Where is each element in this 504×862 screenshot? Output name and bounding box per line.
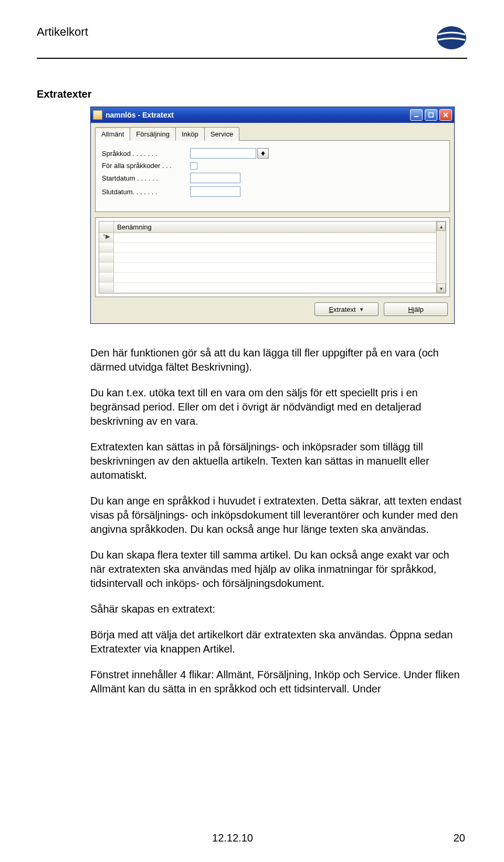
paragraph: Du kan ange en språkkod i huvudet i extr… bbox=[90, 494, 465, 537]
window-app-icon bbox=[93, 110, 102, 120]
paragraph: Fönstret innehåller 4 flikar: Allmänt, F… bbox=[90, 668, 465, 696]
paragraph: Såhär skapas en extratext: bbox=[90, 602, 465, 616]
hjalp-button[interactable]: Hjälp bbox=[384, 302, 448, 316]
checkbox-for-alla[interactable] bbox=[190, 162, 197, 170]
grid-header: Benämning bbox=[99, 222, 436, 233]
window-titlebar[interactable]: namnlös - Extratext bbox=[91, 107, 454, 123]
grid-corner[interactable] bbox=[99, 222, 114, 233]
paragraph: Du kan t.ex. utöka text till en vara om … bbox=[90, 386, 465, 428]
svg-rect-1 bbox=[414, 116, 418, 117]
input-startdatum[interactable] bbox=[190, 173, 240, 183]
grid-row[interactable] bbox=[99, 243, 436, 253]
page-title: Artikelkort bbox=[37, 25, 88, 39]
svg-rect-2 bbox=[429, 113, 433, 117]
section-title: Extratexter bbox=[37, 88, 504, 100]
grid-row-new[interactable]: *▶ bbox=[99, 233, 436, 243]
scroll-up-button[interactable]: ▴ bbox=[437, 222, 446, 231]
tab-forsaljning[interactable]: Försäljning bbox=[130, 127, 176, 141]
row-for-alla: För alla språkkoder . . . bbox=[102, 162, 443, 170]
header-divider bbox=[37, 58, 467, 59]
tab-panel-allmant: Språkkod . . . . . . . För alla språkkod… bbox=[95, 140, 450, 212]
input-sprakkod[interactable] bbox=[190, 148, 256, 159]
row-marker: *▶ bbox=[99, 233, 114, 243]
row-sprakkod: Språkkod . . . . . . . bbox=[102, 148, 443, 159]
window-body: Allmänt Försäljning Inköp Service Språkk… bbox=[91, 123, 454, 323]
grid-area: Benämning *▶ ▴ bbox=[95, 217, 450, 297]
paragraph: Den här funktionen gör så att du kan läg… bbox=[90, 346, 465, 374]
company-logo-icon bbox=[436, 25, 467, 50]
grid-rows: *▶ bbox=[99, 233, 436, 293]
content-body: Den här funktionen gör så att du kan läg… bbox=[90, 346, 465, 696]
grid-scrollbar[interactable]: ▴ ▾ bbox=[436, 222, 446, 293]
grid-row[interactable] bbox=[99, 253, 436, 263]
button-row: Extratext ▼ Hjälp bbox=[95, 297, 450, 319]
arrow-up-icon bbox=[260, 151, 266, 156]
window-title: namnlös - Extratext bbox=[106, 111, 408, 119]
page-number: 20 bbox=[454, 832, 465, 844]
minimize-button[interactable] bbox=[410, 109, 423, 121]
scroll-down-button[interactable]: ▾ bbox=[437, 283, 446, 293]
row-startdatum: Startdatum . . . . . . bbox=[102, 173, 443, 183]
grid-row[interactable] bbox=[99, 263, 436, 273]
paragraph: Du kan skapa flera texter till samma art… bbox=[90, 548, 465, 591]
page-footer: 12.12.10 20 bbox=[0, 832, 504, 844]
cell-benamning[interactable] bbox=[114, 233, 436, 243]
paragraph: Börja med att välja det artikelkort där … bbox=[90, 628, 465, 656]
label-startdatum: Startdatum . . . . . . bbox=[102, 174, 190, 182]
extratext-window: namnlös - Extratext Allmänt Försäljning … bbox=[90, 107, 455, 324]
extratext-button[interactable]: Extratext ▼ bbox=[314, 302, 379, 316]
page-header: Artikelkort bbox=[0, 0, 504, 55]
tab-inkop[interactable]: Inköp bbox=[175, 127, 205, 141]
label-sprakkod: Språkkod . . . . . . . bbox=[102, 150, 190, 157]
lookup-sprakkod-button[interactable] bbox=[257, 148, 269, 159]
tab-service[interactable]: Service bbox=[204, 127, 239, 141]
label-for-alla: För alla språkkoder . . . bbox=[102, 162, 190, 170]
dropdown-arrow-icon: ▼ bbox=[359, 307, 364, 312]
grid-row[interactable] bbox=[99, 273, 436, 283]
footer-date: 12.12.10 bbox=[212, 832, 253, 844]
paragraph: Extratexten kan sättas in på försäljning… bbox=[90, 440, 465, 482]
benamning-grid[interactable]: Benämning *▶ ▴ bbox=[99, 221, 446, 293]
label-slutdatum: Slutdatum. . . . . . . bbox=[102, 188, 190, 196]
tab-row: Allmänt Försäljning Inköp Service bbox=[95, 127, 450, 141]
grid-row[interactable] bbox=[99, 283, 436, 293]
row-slutdatum: Slutdatum. . . . . . . bbox=[102, 186, 443, 197]
close-button[interactable] bbox=[439, 109, 452, 121]
input-slutdatum[interactable] bbox=[190, 186, 240, 197]
grid-col-benamning[interactable]: Benämning bbox=[114, 222, 436, 233]
maximize-button[interactable] bbox=[425, 109, 437, 121]
tab-allmant[interactable]: Allmänt bbox=[95, 127, 130, 141]
